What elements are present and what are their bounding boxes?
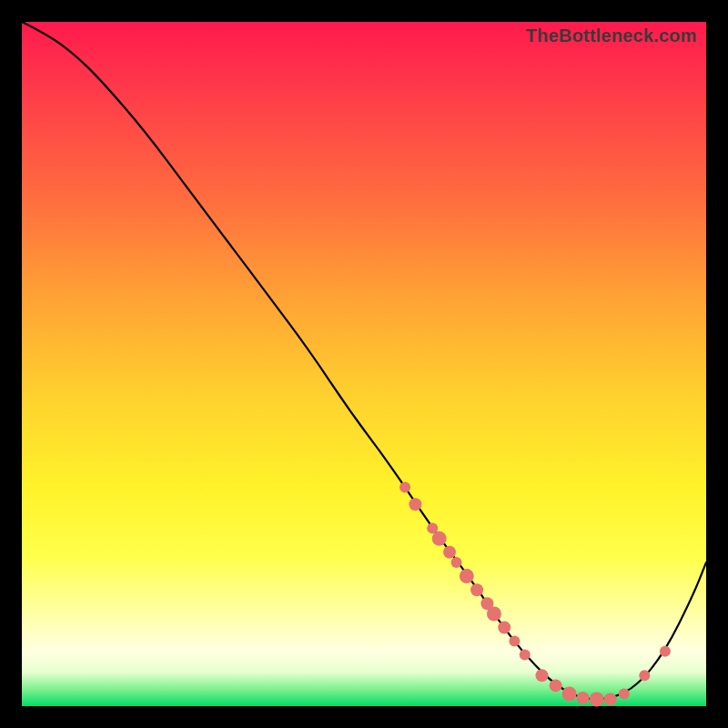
data-marker	[660, 646, 671, 657]
data-marker	[536, 669, 549, 682]
data-marker	[520, 650, 531, 661]
data-marker	[639, 670, 650, 681]
data-marker	[460, 569, 474, 583]
data-marker	[619, 689, 630, 700]
marker-layer	[399, 481, 671, 706]
data-marker	[487, 607, 501, 622]
data-marker	[509, 636, 520, 647]
chart-plot-area: TheBottleneck.com	[22, 22, 706, 706]
data-marker	[399, 481, 410, 492]
data-marker	[443, 546, 456, 559]
data-marker	[604, 693, 617, 706]
data-marker	[577, 692, 590, 704]
data-marker	[562, 687, 577, 702]
data-marker	[590, 693, 604, 707]
data-marker	[470, 583, 483, 596]
data-marker	[409, 498, 421, 511]
data-marker	[432, 531, 447, 546]
bottleneck-curve	[22, 22, 706, 700]
chart-svg	[22, 22, 706, 706]
data-marker	[550, 679, 562, 692]
data-marker	[498, 622, 511, 634]
data-marker	[451, 557, 462, 568]
